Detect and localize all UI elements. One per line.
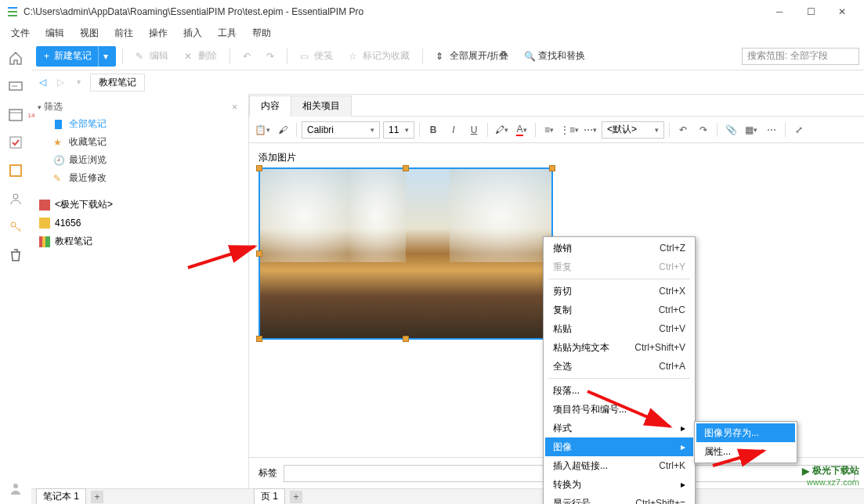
redo-tb-button[interactable]: ↷: [260, 46, 280, 67]
expand-button[interactable]: ⇕全部展开/折叠: [429, 46, 515, 67]
nav-back-icon[interactable]: ◁: [36, 77, 49, 88]
fontsize-select[interactable]: 11▾: [383, 121, 414, 139]
nav-dropdown-icon[interactable]: ▼: [72, 78, 85, 86]
ctx-line-numbers[interactable]: 显示行号Ctrl+Shift+=: [545, 494, 693, 504]
notebook-tab[interactable]: 笔记本 1: [36, 488, 86, 504]
undo-tb-button[interactable]: ↶: [237, 46, 257, 67]
font-select[interactable]: Calibri▾: [302, 121, 380, 139]
ctx-copy[interactable]: 复制Ctrl+C: [545, 301, 693, 319]
ctx-select-all[interactable]: 全选Ctrl+A: [545, 357, 693, 376]
expand-editor-icon[interactable]: ⤢: [790, 121, 808, 139]
search-input[interactable]: 搜索范围: 全部字段: [742, 48, 859, 65]
pencil-icon: ✎: [136, 51, 146, 62]
selected-image[interactable]: [258, 167, 553, 340]
fontcolor-button[interactable]: A▾: [513, 121, 530, 139]
favorite-button[interactable]: ☆标记为收藏: [342, 46, 416, 67]
resize-handle[interactable]: [403, 165, 409, 171]
maximize-button[interactable]: ☐: [795, 0, 826, 23]
notebook-item[interactable]: <极光下载站>: [34, 195, 245, 214]
undo-icon: ↶: [243, 51, 251, 62]
paste-icon[interactable]: 📋▾: [254, 121, 271, 139]
ctx-hyperlink[interactable]: 插入超链接...Ctrl+K: [545, 456, 693, 475]
notes-icon[interactable]: [8, 163, 23, 178]
ctx-undo[interactable]: 撤销Ctrl+Z: [545, 239, 693, 257]
notebook-item[interactable]: 41656: [34, 214, 245, 232]
notebook-icon: [39, 218, 50, 229]
svg-point-8: [13, 484, 18, 488]
redo-button[interactable]: ↷: [695, 121, 712, 139]
chevron-down-icon: ▾: [38, 103, 42, 111]
calendar-icon[interactable]: 14: [8, 106, 23, 122]
separator: [422, 49, 423, 64]
filter-heading[interactable]: ▾ 筛选 ×: [34, 99, 245, 115]
table-icon[interactable]: ▦▾: [743, 121, 760, 139]
tree-favorites[interactable]: ★ 收藏笔记: [34, 133, 245, 151]
ctx-paste[interactable]: 粘贴Ctrl+V: [545, 319, 693, 338]
resize-handle[interactable]: [549, 165, 555, 171]
contact-icon[interactable]: [8, 191, 23, 207]
ctx-cut[interactable]: 剪切Ctrl+X: [545, 282, 693, 301]
find-replace-button[interactable]: 🔍查找和替换: [518, 46, 591, 67]
minimize-button[interactable]: ─: [764, 0, 795, 23]
memo-button[interactable]: ▭便笺: [294, 46, 339, 67]
svg-rect-10: [39, 200, 50, 211]
style-select[interactable]: <默认>▾: [602, 121, 664, 139]
more-button[interactable]: ⋯▾: [581, 121, 598, 139]
ctx-image-saveas[interactable]: 图像另存为...: [696, 423, 795, 442]
expand-icon: ⇕: [436, 51, 446, 62]
breadcrumb-current[interactable]: 教程笔记: [90, 74, 145, 92]
highlight-button[interactable]: 🖍▾: [493, 121, 510, 139]
ctx-convert[interactable]: 转换为▸: [545, 475, 693, 494]
add-notebook-button[interactable]: +: [91, 491, 103, 503]
doc-icon: [53, 119, 64, 130]
menu-insert[interactable]: 插入: [175, 25, 210, 41]
menu-separator: [548, 378, 690, 379]
symbols-icon[interactable]: ⋯: [763, 121, 780, 139]
annotation-arrow: [709, 446, 772, 472]
menu-file[interactable]: 文件: [3, 25, 38, 41]
page-tab[interactable]: 页 1: [254, 488, 285, 504]
card-icon[interactable]: [8, 78, 23, 94]
edit-button[interactable]: ✎编辑: [129, 46, 175, 67]
resize-handle[interactable]: [256, 336, 262, 342]
user-icon[interactable]: [8, 481, 23, 496]
home-icon[interactable]: [8, 50, 23, 66]
close-button[interactable]: ✕: [826, 0, 858, 23]
tab-related[interactable]: 相关项目: [291, 95, 352, 117]
trash-icon[interactable]: [8, 247, 23, 263]
menu-help[interactable]: 帮助: [244, 25, 279, 41]
nav-forward-icon[interactable]: ▷: [54, 77, 67, 88]
tree-all-notes[interactable]: 全部笔记: [34, 115, 245, 133]
key-icon[interactable]: [8, 219, 23, 235]
clear-filter-icon[interactable]: ×: [227, 102, 242, 113]
underline-button[interactable]: U: [465, 121, 483, 139]
ctx-paste-plain[interactable]: 粘贴为纯文本Ctrl+Shift+V: [545, 338, 693, 357]
notebook-icon: [39, 236, 50, 247]
new-note-button[interactable]: + 新建笔记 ▾: [36, 46, 116, 67]
resize-handle[interactable]: [403, 336, 409, 342]
attach-icon[interactable]: 📎: [722, 121, 739, 139]
add-page-button[interactable]: +: [290, 491, 302, 503]
delete-button[interactable]: ✕删除: [178, 46, 223, 67]
resize-handle[interactable]: [256, 165, 262, 171]
menu-goto[interactable]: 前往: [107, 25, 141, 41]
tree-recent-edit[interactable]: ✎ 最近修改: [34, 169, 245, 187]
menu-tools[interactable]: 工具: [210, 25, 244, 41]
new-note-label: 新建笔记: [54, 49, 92, 63]
format-painter-icon[interactable]: 🖌: [274, 121, 291, 139]
menu-view[interactable]: 视图: [72, 25, 107, 41]
bold-button[interactable]: B: [425, 121, 442, 139]
submenu-arrow-icon: ▸: [681, 479, 685, 490]
tab-content[interactable]: 内容: [249, 95, 291, 117]
menu-edit[interactable]: 编辑: [38, 25, 72, 41]
align-button[interactable]: ≡▾: [540, 121, 558, 139]
check-icon[interactable]: [8, 135, 23, 150]
ctx-image[interactable]: 图像▸: [545, 437, 693, 456]
svg-rect-9: [55, 120, 62, 129]
tree-recent-view[interactable]: 🕘 最近浏览: [34, 151, 245, 169]
menu-action[interactable]: 操作: [141, 25, 175, 41]
list-button[interactable]: ⋮≡▾: [561, 121, 578, 139]
undo-button[interactable]: ↶: [674, 121, 692, 139]
italic-button[interactable]: I: [445, 121, 462, 139]
new-note-dropdown[interactable]: ▾: [98, 46, 108, 67]
